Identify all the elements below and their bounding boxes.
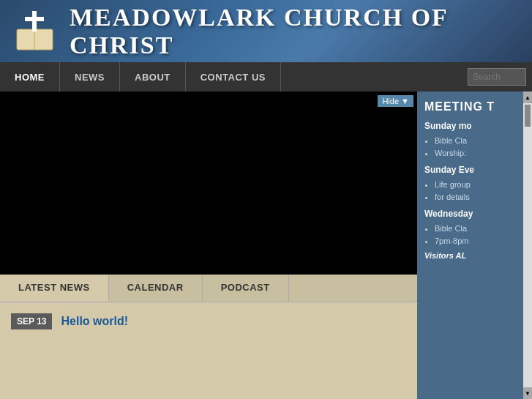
list-item: for details [435,191,516,204]
tab-podcast[interactable]: PODCAST [203,275,289,302]
main-navigation: HOME NEWS ABOUT CONTACT US [0,62,532,92]
nav-home[interactable]: HOME [0,62,60,92]
scroll-up-button[interactable]: ▲ [523,92,532,103]
hide-button[interactable]: Hide ▼ [378,95,413,107]
sidebar-title: MEETING T [424,100,516,113]
scroll-thumb[interactable] [525,105,531,127]
date-badge: SEP 13 [11,313,52,329]
search-input[interactable] [468,68,526,86]
site-title: MEADOWLARK CHURCH OF CHRIST [70,4,521,59]
list-item: 7pm-8pm [435,235,516,247]
slideshow-area: Hide ▼ [0,92,417,275]
tab-calendar[interactable]: CALENDAR [109,275,203,302]
news-item: SEP 13 Hello world! [11,313,406,329]
svg-rect-3 [25,17,44,21]
main-content: Hide ▼ LATEST NEWS CALENDAR PODCAST SEP … [0,92,532,399]
wednesday-list: Bible Cla 7pm-8pm [424,223,516,247]
sidebar-section-wednesday: Wednesday [424,209,516,219]
list-item: Worship: [435,147,516,160]
scroll-down-button[interactable]: ▼ [523,387,532,399]
sunday-morning-list: Bible Cla Worship: [424,135,516,159]
sidebar-section-sunday-morning: Sunday mo [424,121,516,131]
list-item: Bible Cla [435,223,516,235]
tabs-bar: LATEST NEWS CALENDAR PODCAST [0,275,417,302]
church-logo [11,7,59,55]
list-item: Bible Cla [435,135,516,147]
sidebar-section-sunday-evening: Sunday Eve [424,165,516,175]
site-header: MEADOWLARK CHURCH OF CHRIST [0,0,532,62]
tabs-content: SEP 13 Hello world! [0,302,417,340]
nav-contact[interactable]: CONTACT US [186,62,281,92]
tab-latest-news[interactable]: LATEST NEWS [0,275,109,302]
search-area [462,62,532,92]
news-link[interactable]: Hello world! [61,315,128,328]
visitors-text: Visitors AL [424,251,516,260]
tabs-section: LATEST NEWS CALENDAR PODCAST SEP 13 Hell… [0,275,417,399]
sidebar: MEETING T Sunday mo Bible Cla Worship: S… [417,92,523,399]
scrollbar[interactable]: ▲ ▼ [523,92,532,399]
nav-about[interactable]: ABOUT [120,62,186,92]
content-area: Hide ▼ LATEST NEWS CALENDAR PODCAST SEP … [0,92,417,399]
list-item: Life group [435,179,516,191]
nav-news[interactable]: NEWS [60,62,120,92]
sunday-evening-list: Life group for details [424,179,516,203]
